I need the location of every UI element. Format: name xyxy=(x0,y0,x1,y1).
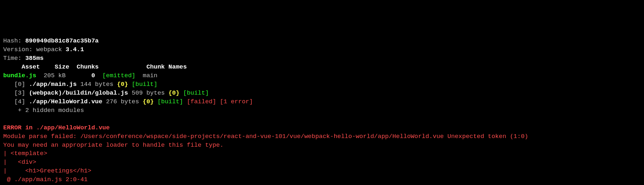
version-value: 3.4.1 xyxy=(66,46,84,53)
hidden-modules: + 2 hidden modules xyxy=(3,107,84,114)
module-index: [4] xyxy=(3,98,29,105)
module-row: [4] ./app/HelloWorld.vue 276 bytes {0} [… xyxy=(3,98,253,105)
error-code-line: | <template> xyxy=(3,150,47,157)
col-chunks: Chunks xyxy=(69,63,99,70)
asset-row: bundle.js 205 kB 0 [emitted] main xyxy=(3,72,157,79)
built-tag: [built] xyxy=(179,89,209,97)
module-chunk-ref: {0} xyxy=(168,89,179,97)
hash-value: 890949db81c87ac35b7a xyxy=(25,37,99,44)
module-size: 144 bytes xyxy=(77,81,117,88)
module-path: ./app/main.js xyxy=(29,81,77,88)
module-chunk-ref: {0} xyxy=(143,98,154,105)
version-label: Version: webpack xyxy=(3,46,66,53)
error-message: Module parse failed: /Users/conference/w… xyxy=(3,133,528,140)
hash-label: Hash: xyxy=(3,37,25,44)
error-code-line: | <div> xyxy=(3,159,36,166)
asset-name: bundle.js xyxy=(3,72,36,79)
hash-line: Hash: 890949db81c87ac35b7a xyxy=(3,37,99,44)
version-line: Version: webpack 3.4.1 xyxy=(3,46,84,53)
time-line: Time: 385ms xyxy=(3,55,43,62)
built-tag: [built] xyxy=(154,98,183,105)
emitted-tag: [emitted] xyxy=(95,72,135,79)
error-code-line: | <h1>Greetings</h1> xyxy=(3,167,91,174)
error-header: ERROR in ./app/HelloWorld.vue xyxy=(3,124,110,131)
failed-tag: [failed] xyxy=(183,98,216,105)
module-path: ./app/HelloWorld.vue xyxy=(29,98,102,105)
module-index: [0] xyxy=(3,81,29,88)
asset-size: 205 kB xyxy=(36,72,66,79)
module-size: 276 bytes xyxy=(102,98,143,105)
built-tag: [built] xyxy=(128,81,157,88)
asset-chunk-id: 0 xyxy=(66,72,95,79)
col-chunk-names: Chunk Names xyxy=(99,63,187,70)
time-label: Time: xyxy=(3,55,25,62)
error-hint: You may need an appropriate loader to ha… xyxy=(3,142,223,149)
col-size: Size xyxy=(40,63,69,70)
blank-line xyxy=(3,116,7,123)
module-chunk-ref: {0} xyxy=(117,81,128,88)
module-size: 509 bytes xyxy=(128,89,168,97)
module-path: (webpack)/buildin/global.js xyxy=(29,89,128,97)
error-count-tag: [1 error] xyxy=(216,98,253,105)
time-value: 385ms xyxy=(25,55,43,62)
module-row: [3] (webpack)/buildin/global.js 509 byte… xyxy=(3,89,209,97)
error-at-line: @ ./app/main.js 2:0-41 xyxy=(3,176,88,183)
module-row: [0] ./app/main.js 144 bytes {0} [built] xyxy=(3,81,157,88)
module-index: [3] xyxy=(3,89,29,97)
asset-chunk-name: main xyxy=(135,72,157,79)
col-asset: Asset xyxy=(3,63,40,70)
table-header-row: Asset Size Chunks Chunk Names xyxy=(3,63,187,70)
terminal-output[interactable]: Hash: 890949db81c87ac35b7a Version: webp… xyxy=(3,37,641,184)
